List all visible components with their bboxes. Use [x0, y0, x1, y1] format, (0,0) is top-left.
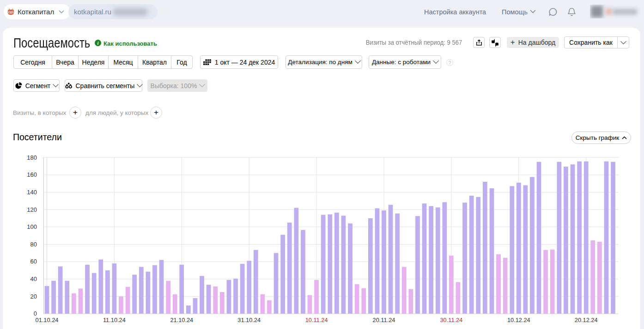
svg-text:10.11.24: 10.11.24 — [305, 317, 328, 323]
svg-text:31.10.24: 31.10.24 — [237, 317, 261, 323]
svg-text:01.10.24: 01.10.24 — [36, 317, 59, 323]
svg-text:80: 80 — [30, 241, 37, 248]
svg-text:60: 60 — [30, 258, 37, 265]
svg-text:40: 40 — [30, 275, 37, 282]
svg-text:120: 120 — [27, 206, 37, 213]
svg-text:180: 180 — [27, 154, 37, 161]
svg-text:100: 100 — [27, 223, 37, 230]
svg-text:21.10.24: 21.10.24 — [170, 317, 193, 323]
svg-text:30.11.24: 30.11.24 — [440, 317, 462, 323]
svg-text:11.10.24: 11.10.24 — [103, 317, 126, 323]
svg-text:160: 160 — [27, 171, 37, 178]
svg-text:20: 20 — [30, 293, 37, 300]
svg-text:10.12.24: 10.12.24 — [507, 317, 530, 323]
svg-text:140: 140 — [27, 189, 37, 196]
svg-text:20.11.24: 20.11.24 — [373, 317, 395, 323]
svg-text:20.12.24: 20.12.24 — [575, 317, 598, 323]
